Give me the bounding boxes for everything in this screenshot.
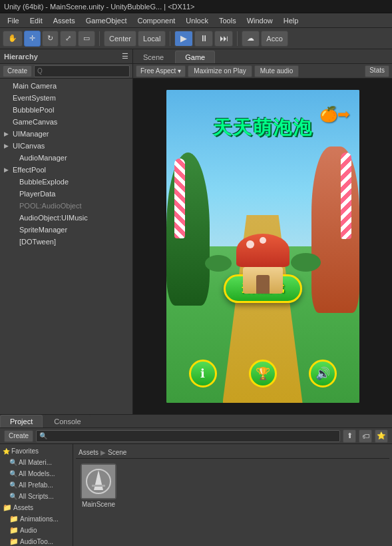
hierarchy-item-game-canvas[interactable]: GameCanvas xyxy=(0,116,132,128)
tree-all-prefabs[interactable]: 🔍 All Prefab... xyxy=(0,479,73,491)
menu-help[interactable]: Help xyxy=(279,15,303,26)
hierarchy-header: Hierarchy ☰ xyxy=(0,49,132,64)
folder-icon: 📁 xyxy=(9,537,19,546)
account-btn[interactable]: Acco xyxy=(261,31,288,47)
menu-gameobject[interactable]: GameObject xyxy=(81,15,132,26)
rect-tool-btn[interactable]: ▭ xyxy=(78,31,95,47)
hierarchy-label: GameCanvas xyxy=(13,118,57,126)
project-panel: Create ⬆ 🏷 ⭐ ⭐ Favorites 🔍 All Materi... xyxy=(0,428,392,546)
menu-assets[interactable]: Assets xyxy=(49,15,80,26)
info-btn[interactable]: ℹ xyxy=(189,360,217,388)
project-search[interactable] xyxy=(36,430,340,442)
tree-all-models[interactable]: 🔍 All Models... xyxy=(0,468,73,479)
project-icon-btn-1[interactable]: ⬆ xyxy=(343,429,356,443)
hierarchy-item-effect-pool[interactable]: ▶ EffectPool xyxy=(0,164,132,176)
aspect-dropdown[interactable]: Free Aspect ▾ xyxy=(136,65,186,77)
hierarchy-toolbar: Create xyxy=(0,64,132,79)
menu-tools[interactable]: Tools xyxy=(214,15,241,26)
hierarchy-item-ui-manager[interactable]: ▶ UIManager xyxy=(0,128,132,140)
bush-right xyxy=(291,253,321,272)
stats-btn[interactable]: Stats xyxy=(365,65,389,77)
aspect-chevron-icon: ▾ xyxy=(178,67,181,75)
tree-all-materials[interactable]: 🔍 All Materi... xyxy=(0,457,73,468)
title-text: Unity (64bit) - MainScene.unity - UnityB… xyxy=(4,3,388,11)
pause-btn[interactable]: ⏸ xyxy=(194,31,213,47)
hierarchy-label: AudioManager xyxy=(13,154,67,162)
hierarchy-item-bubble-pool[interactable]: BubbblePool xyxy=(0,104,132,116)
tree-assets[interactable]: 📁 Assets xyxy=(0,502,73,513)
pivot-btn[interactable]: Center xyxy=(104,31,136,47)
unity-scene-icon xyxy=(82,465,115,498)
tree-item-label: Favorites xyxy=(11,447,39,455)
breadcrumb-scene[interactable]: Scene xyxy=(108,449,126,456)
play-btn[interactable]: ▶ xyxy=(174,31,193,47)
tree-audio[interactable]: 📁 Audio xyxy=(0,525,73,536)
rotate-tool-btn[interactable]: ↻ xyxy=(42,31,59,47)
project-create-btn[interactable]: Create xyxy=(4,430,33,442)
menu-file[interactable]: File xyxy=(3,15,24,26)
tree-audiotoo[interactable]: 📁 AudioToo... xyxy=(0,536,73,546)
trophy-btn[interactable]: 🏆 xyxy=(249,360,277,388)
step-btn[interactable]: ⏭ xyxy=(214,31,233,47)
title-bar: Unity (64bit) - MainScene.unity - UnityB… xyxy=(0,0,392,13)
tab-scene[interactable]: Scene xyxy=(133,51,174,63)
hierarchy-item-sprite-manager[interactable]: SpriteManager xyxy=(0,224,132,236)
menu-window[interactable]: Window xyxy=(242,15,278,26)
tree-animations[interactable]: 📁 Animations... xyxy=(0,513,73,525)
hierarchy-label: EventSystem xyxy=(13,94,56,102)
menu-unlock[interactable]: Unlock xyxy=(181,15,213,26)
maximize-btn[interactable]: Maximize on Play xyxy=(188,65,252,77)
sound-btn[interactable]: 🔊 xyxy=(309,360,337,388)
hierarchy-label: EffectPool xyxy=(13,166,46,174)
project-icon-btn-2[interactable]: 🏷 xyxy=(359,429,372,443)
svg-rect-3 xyxy=(92,485,105,487)
hierarchy-menu-icon[interactable]: ☰ xyxy=(122,52,128,61)
tree-item-label: Animations... xyxy=(20,515,59,523)
hierarchy-item-pool-audio[interactable]: POOL:AudioObject xyxy=(0,200,132,212)
hierarchy-search[interactable] xyxy=(34,65,130,77)
hierarchy-label: UIManager xyxy=(13,130,49,138)
hierarchy-item-bubble-explode[interactable]: BubbleExplode xyxy=(0,176,132,188)
breadcrumb-assets[interactable]: Assets xyxy=(79,449,98,456)
candy-pole-right xyxy=(341,152,351,239)
game-canvas: 天天萌泡泡 🍊➡ 开始游戏 ℹ 🏆 🔊 xyxy=(166,90,359,403)
tab-project[interactable]: Project xyxy=(0,415,43,427)
asset-mainscene[interactable]: MainScene xyxy=(79,461,118,510)
bottom-content: Create ⬆ 🏷 ⭐ ⭐ Favorites 🔍 All Materi... xyxy=(0,428,392,546)
search-icon: 🔍 xyxy=(9,481,17,489)
hierarchy-item-dotween[interactable]: [DOTween] xyxy=(0,236,132,248)
tree-all-scripts[interactable]: 🔍 All Scripts... xyxy=(0,491,73,502)
game-viewport: 天天萌泡泡 🍊➡ 开始游戏 ℹ 🏆 🔊 xyxy=(133,79,392,414)
tree-favorites[interactable]: ⭐ Favorites xyxy=(0,445,73,457)
hierarchy-item-ui-canvas[interactable]: ▶ UICanvas xyxy=(0,140,132,152)
folder-icon: 📁 xyxy=(3,503,12,512)
hierarchy-item-audio-object[interactable]: AudioObject:UIMusic xyxy=(0,212,132,224)
hierarchy-item-player-data[interactable]: PlayerData xyxy=(0,188,132,200)
move-tool-btn[interactable]: ✛ xyxy=(24,31,41,47)
menu-edit[interactable]: Edit xyxy=(25,15,47,26)
tree-item-label: Audio xyxy=(20,527,37,534)
project-icon-btn-3[interactable]: ⭐ xyxy=(375,429,388,443)
hierarchy-item-main-camera[interactable]: Main Camera xyxy=(0,80,132,92)
mute-btn[interactable]: Mute audio xyxy=(254,65,299,77)
arrow-effect-pool: ▶ xyxy=(4,166,11,173)
hierarchy-label: BubbblePool xyxy=(13,106,54,114)
hierarchy-create-btn[interactable]: Create xyxy=(3,65,32,77)
tab-console[interactable]: Console xyxy=(44,415,91,427)
asset-icon-mainscene xyxy=(81,463,116,499)
bush-left xyxy=(205,255,232,272)
menu-bar: File Edit Assets GameObject Component Un… xyxy=(0,13,392,28)
hand-tool-btn[interactable]: ✋ xyxy=(3,31,23,47)
asset-grid: MainScene xyxy=(76,459,389,513)
scale-tool-btn[interactable]: ⤢ xyxy=(60,31,77,47)
arrow-ui-manager: ▶ xyxy=(4,131,11,137)
game-title: 天天萌泡泡 xyxy=(213,115,313,140)
hierarchy-label: UICanvas xyxy=(13,142,45,150)
tab-game[interactable]: Game xyxy=(175,51,215,63)
space-btn[interactable]: Local xyxy=(138,31,166,47)
tree-left xyxy=(166,152,210,306)
cloud-btn[interactable]: ☁ xyxy=(242,31,260,47)
menu-component[interactable]: Component xyxy=(132,15,180,26)
hierarchy-item-event-system[interactable]: EventSystem xyxy=(0,92,132,104)
hierarchy-item-audio-manager[interactable]: AudioManager xyxy=(0,152,132,164)
